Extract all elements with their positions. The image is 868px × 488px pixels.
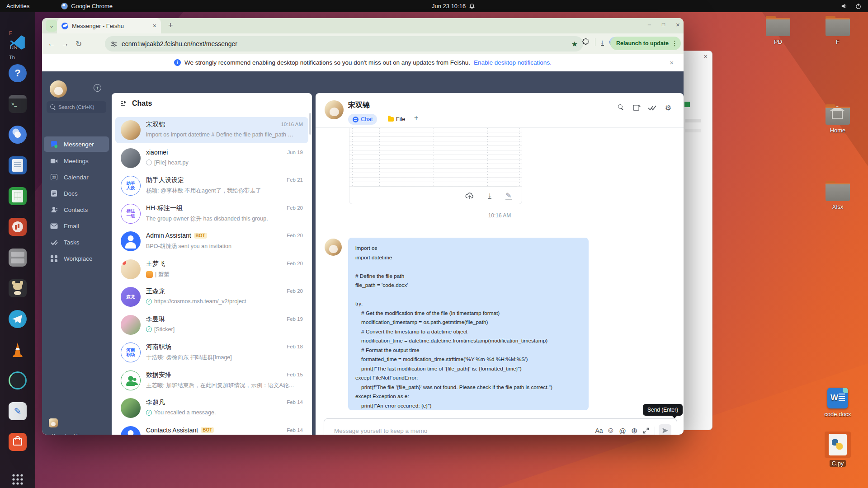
chat-list-item[interactable]: 李昱琳Feb 19✓[Sticker] [115,312,308,338]
dock-software-icon[interactable] [8,432,28,452]
sidebar-item-tasks[interactable]: Tasks [44,235,109,250]
image-message-card[interactable]: ↓ ✎ [349,128,522,204]
system-status-area[interactable] [841,3,862,9]
relaunch-to-update-button[interactable]: Relaunch to update ⋮ [610,37,681,50]
dock-show-apps-icon[interactable] [8,469,28,488]
tab-label: Chat [361,116,373,122]
search-input[interactable]: Search (Ctrl+K) [47,101,106,113]
format-text-icon[interactable]: Aa [593,425,605,435]
activities-button[interactable]: Activities [6,3,29,9]
mini-avatar[interactable] [49,418,58,427]
dock-game-icon[interactable] [8,278,28,298]
sidebar-item-messenger[interactable]: Messenger [44,136,109,152]
message-avatar[interactable] [325,239,342,256]
scrollbar[interactable] [309,113,311,135]
clock-menu[interactable]: Jun 23 10:16 [432,3,475,9]
sidebar-item-email[interactable]: Email [44,218,109,234]
dock-media-icon[interactable] [8,371,28,390]
chat-list-item[interactable]: 数据安排Feb 15王若曦: 加班结束后，在此回复加班情况，示例：语文A轮3个模… [115,367,308,394]
dock-help-icon[interactable]: ? [8,63,28,83]
dock-terminal-icon[interactable]: >_ [8,94,28,114]
cloud-upload-icon[interactable] [465,191,475,201]
chats-filter-icon[interactable] [121,100,128,107]
chat-list-item[interactable]: 森龙王森龙Feb 20✓https://cosmos.msh.team/_v2/… [115,284,308,310]
search-in-chat-icon[interactable] [617,103,626,112]
add-tab-button[interactable]: + [414,114,418,122]
dock-notes-icon[interactable]: ✎ [8,401,28,421]
user-avatar[interactable] [50,80,67,98]
dock-calc-icon[interactable] [8,186,28,206]
mention-icon[interactable]: @ [617,425,628,435]
chat-list-item[interactable]: Contacts AssistantBOTFeb 14Contact reque… [115,423,308,435]
attach-plus-icon[interactable]: ⊕ [628,425,640,435]
desktop-icon-home[interactable]: Home [817,107,858,134]
composer-placeholder: Message yourself to keep a memo [334,427,593,434]
window-maximize-button[interactable]: □ [662,21,665,28]
window-minimize-button[interactable]: − [647,21,651,28]
dock-impress-icon[interactable] [8,217,28,237]
new-tab-button[interactable]: + [168,21,173,30]
settings-gear-icon[interactable]: ⚙ [664,103,673,112]
sidebar-item-contacts[interactable]: Contacts [44,202,109,217]
back-button[interactable]: ← [45,37,58,51]
dock-vlc-icon[interactable] [8,340,28,360]
desktop-icon-f[interactable]: F [817,18,858,45]
sidebar-item-docs[interactable]: Docs [44,186,109,201]
chat-list-item[interactable]: 王梦飞Feb 20| 蟹蟹 [115,256,308,282]
chat-list-item[interactable]: xiaomeiJun 19[File] heart.py [115,145,308,171]
reload-button[interactable]: ↻ [72,37,85,51]
desktop-icon-xlsx[interactable]: Xlsx [817,183,858,210]
chat-list-item[interactable]: Admin AssistantBOTFeb 20BPO-胡辣汤 sent you… [115,228,308,254]
bookmark-star-icon[interactable]: ★ [571,40,578,48]
browser-menu-icon[interactable]: ⋮ [671,39,678,47]
dock-telegram-icon[interactable] [8,309,28,329]
forward-button[interactable]: → [58,37,72,51]
desktop-icon-code-docx[interactable]: W code.docx [817,388,858,418]
tab-chat[interactable]: Chat [348,114,377,125]
download-icon[interactable]: ↓ [601,39,604,46]
chat-list-item[interactable]: 宋双锦10:16 AMimport os import datetime # D… [115,117,308,143]
dock-files-icon[interactable] [8,248,28,267]
desktop-icon-c-py[interactable]: C.py [817,432,858,467]
double-check-icon[interactable] [647,103,656,112]
send-button[interactable] [659,424,671,435]
download-icon[interactable]: ↓ [485,191,495,201]
message-composer[interactable]: Message yourself to keep a memo Aa ☺ @ ⊕ [324,418,677,435]
desktop-icon-pd[interactable]: PD [758,18,798,45]
enable-notifications-link[interactable]: Enable desktop notifications. [474,59,552,66]
expand-icon[interactable] [640,425,652,435]
composer-divider [655,427,655,435]
browser-toolbar: ← → ↻ ecnm1wjcakb2.feishu.cn/next/messen… [42,33,684,54]
tab-search-chevron-button[interactable]: ⌄ [46,20,57,32]
address-bar[interactable]: ecnm1wjcakb2.feishu.cn/next/messenger ★ [105,36,583,52]
sidebar-item-workplace[interactable]: Workplace [44,251,109,266]
sidebar-item-meetings[interactable]: Meetings [44,153,109,169]
emoji-icon[interactable]: ☺ [605,425,617,435]
dock-chrome-icon[interactable] [8,125,28,145]
chat-list-item[interactable]: 标注 一组HH-标注一组Feb 20The group owner 徐升 has… [115,201,308,227]
dock-vscode-icon[interactable] [8,33,28,52]
add-icon[interactable]: + [94,84,101,92]
sidebar-item-calendar[interactable]: 23 Calendar [44,169,109,185]
banner-close-icon[interactable]: × [670,59,674,66]
browser-tab[interactable]: Messenger - Feishu × [57,18,161,33]
close-icon[interactable]: × [704,53,708,60]
window-close-button[interactable]: × [676,21,680,28]
background-window[interactable]: × [684,51,712,430]
chat-avatar[interactable] [325,100,344,119]
chat-list-item[interactable]: 助手 人设助手人设设定Feb 21杨颖: @李林敖 不用在agent了，我给你带… [115,173,308,199]
new-window-plus-icon[interactable] [632,103,641,112]
dock-writer-icon[interactable] [8,155,28,175]
chat-list-item[interactable]: 李超凡Feb 14✓You recalled a message. [115,395,308,421]
code-message-bubble[interactable]: import os import datetime # Define the f… [348,238,589,410]
tab-close-icon[interactable]: × [153,22,156,29]
download-feishu-button[interactable]: ↓ Download Fe... [47,433,87,435]
desktop-icon-label: PD [758,38,798,45]
read-check-icon: ✓ [146,299,152,305]
focused-app-menu[interactable]: Google Chrome [61,3,113,9]
edit-icon[interactable]: ✎ [504,191,514,201]
tab-file[interactable]: File [383,114,410,125]
extensions-puzzle-icon[interactable] [582,38,590,46]
site-settings-icon[interactable] [110,41,117,47]
chat-list-item[interactable]: 河南 职场河南职场Feb 18于浩臻: @徐向东 扫码进群[Image] [115,339,308,366]
